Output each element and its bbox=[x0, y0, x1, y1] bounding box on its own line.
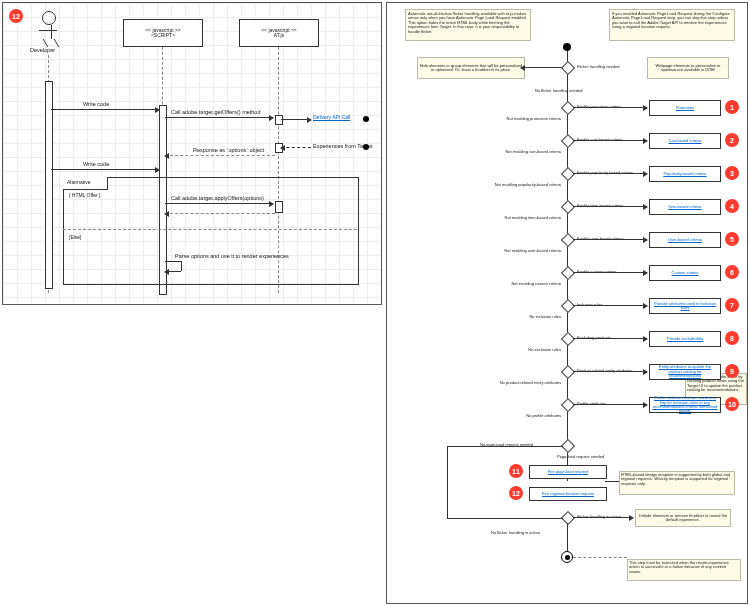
link-step-3[interactable]: Popularity-based criteria bbox=[649, 166, 721, 182]
edge-final-note bbox=[573, 557, 627, 558]
edge-unhide bbox=[573, 517, 633, 518]
panel-badge-12: 12 bbox=[9, 9, 23, 23]
label-no-flicker: No flicker handling needed bbox=[535, 89, 582, 93]
edge-no-page-load-down bbox=[447, 446, 448, 518]
decision-step-9 bbox=[561, 365, 575, 379]
arrow-write-code-2 bbox=[51, 169, 159, 170]
self-render-side bbox=[181, 261, 182, 271]
fire-page-load-link[interactable]: Fire page-load request bbox=[529, 465, 607, 479]
badge-step-9: 9 bbox=[725, 364, 739, 378]
participant-atjs: << javascript >> AT.js bbox=[239, 19, 319, 47]
edge-step-9 bbox=[573, 371, 647, 372]
label-flicker-needed: Flicker handling needed bbox=[577, 65, 619, 69]
label-neg-6: Not enabling custom criteria bbox=[473, 282, 561, 286]
unhide-note: Unhide elements or remove throbber to re… bbox=[635, 509, 731, 527]
actor-label: Developer bbox=[30, 47, 55, 53]
edge-step-1 bbox=[573, 107, 647, 108]
link-step-9[interactable]: Entity attributes to update the product … bbox=[649, 364, 721, 380]
edge-step-4 bbox=[573, 206, 647, 207]
activation-developer bbox=[45, 81, 53, 289]
edge-step-3 bbox=[573, 173, 647, 174]
edge-merge-bottom bbox=[447, 518, 563, 519]
label-neg-10: No profile attributes bbox=[473, 414, 561, 418]
link-step-2[interactable]: Cart-based criteria bbox=[649, 133, 721, 149]
endpoint-dot-2 bbox=[363, 144, 369, 150]
edge-step-8 bbox=[573, 338, 647, 339]
edge-template-note bbox=[605, 481, 619, 482]
decision-step-4 bbox=[561, 200, 575, 214]
note-template: HTML-based design template is supported … bbox=[619, 471, 735, 495]
alt-else: [Else] bbox=[69, 235, 82, 241]
label-neg-9: No product-related entity attributes bbox=[473, 381, 561, 385]
decision-page-load bbox=[561, 439, 575, 453]
edge-step-7 bbox=[573, 305, 647, 306]
label-neg-1: Not enabling promotion criteria bbox=[473, 117, 561, 121]
arrow-delivery-out bbox=[281, 119, 311, 120]
badge-step-10: 10 bbox=[725, 397, 739, 411]
spine-tail bbox=[567, 523, 568, 551]
dom-note: Webpage elements to personalize or optim… bbox=[647, 57, 729, 79]
badge-step-8: 8 bbox=[725, 331, 739, 345]
fire-regional-link[interactable]: Fire regional-location request bbox=[529, 487, 607, 501]
badge-step-2: 2 bbox=[725, 133, 739, 147]
participant-script: << javascript >> <SCRIPT> bbox=[123, 19, 203, 47]
link-step-8[interactable]: Provide excludedIds bbox=[649, 331, 721, 347]
decision-step-2 bbox=[561, 134, 575, 148]
link-step-6[interactable]: Custom criteria bbox=[649, 265, 721, 281]
delivery-api-link[interactable]: Delivery API Call bbox=[313, 115, 350, 121]
edge-step-5 bbox=[573, 239, 647, 240]
badge-step-3: 3 bbox=[725, 166, 739, 180]
alt-fragment bbox=[63, 177, 359, 285]
edge-hide-elements bbox=[521, 67, 563, 68]
link-step-10[interactable]: Profile attributes that are used as a ke… bbox=[649, 397, 721, 413]
decision-flicker bbox=[561, 61, 575, 75]
label-page-load-needed: Page-load request needed bbox=[557, 455, 604, 459]
label-neg-2: Not enabling cart-based criteria bbox=[473, 150, 561, 154]
start-node bbox=[563, 43, 571, 51]
badge-step-5: 5 bbox=[725, 232, 739, 246]
edge-step-2 bbox=[573, 140, 647, 141]
edge-no-page-load bbox=[447, 446, 563, 447]
alt-divider bbox=[63, 229, 357, 230]
link-step-5[interactable]: User-based criteria bbox=[649, 232, 721, 248]
endpoint-dot-1 bbox=[363, 116, 369, 122]
label-neg-4: Not enabling item-based criteria bbox=[473, 216, 561, 220]
msg-write-code-2: Write code bbox=[83, 161, 109, 167]
badge-11: 11 bbox=[509, 464, 523, 478]
self-render-bottom bbox=[165, 271, 181, 272]
badge-step-1: 1 bbox=[725, 100, 739, 114]
end-node bbox=[561, 551, 573, 563]
arrow-apply-options bbox=[165, 203, 273, 204]
decision-step-6 bbox=[561, 266, 575, 280]
alt-cond: [ HTML Offer ] bbox=[69, 193, 100, 199]
decision-step-1 bbox=[561, 101, 575, 115]
msg-render: Parse options and use it to render exper… bbox=[175, 253, 289, 259]
self-render-top bbox=[165, 261, 181, 262]
decision-step-10 bbox=[561, 398, 575, 412]
arrow-experiences-in bbox=[281, 147, 311, 148]
label-neg-8: No exclusion rules bbox=[473, 348, 561, 352]
activation-atjs-1 bbox=[275, 115, 283, 125]
badge-step-4: 4 bbox=[725, 199, 739, 213]
sequence-diagram-panel: 12 Developer << javascript >> <SCRIPT> <… bbox=[2, 2, 382, 305]
decision-step-7 bbox=[561, 299, 575, 313]
arrow-get-offers bbox=[165, 117, 273, 118]
decision-flicker-action bbox=[561, 511, 575, 525]
link-step-1[interactable]: Promotion bbox=[649, 100, 721, 116]
activation-atjs-3 bbox=[275, 201, 283, 213]
badge-step-7: 7 bbox=[725, 298, 739, 312]
decision-step-5 bbox=[561, 233, 575, 247]
msg-write-code-1: Write code bbox=[83, 101, 109, 107]
note-final: This step must be executed when the rend… bbox=[627, 559, 741, 581]
note-flicker-auto: Automatic out-of-the-box flicker handlin… bbox=[405, 9, 531, 41]
note-skip-step: If you enabled Automatic Page Load Reque… bbox=[609, 9, 735, 41]
edge-step-6 bbox=[573, 272, 647, 273]
arrow-apply-return bbox=[165, 213, 275, 214]
decision-step-8 bbox=[561, 332, 575, 346]
link-step-7[interactable]: Provide attributes used in inclusion rul… bbox=[649, 298, 721, 314]
edge-step-10 bbox=[573, 404, 647, 405]
alt-label: Alternative bbox=[67, 180, 91, 186]
arrow-write-code-1 bbox=[51, 109, 159, 110]
decision-step-3 bbox=[561, 167, 575, 181]
link-step-4[interactable]: Item-based criteria bbox=[649, 199, 721, 215]
